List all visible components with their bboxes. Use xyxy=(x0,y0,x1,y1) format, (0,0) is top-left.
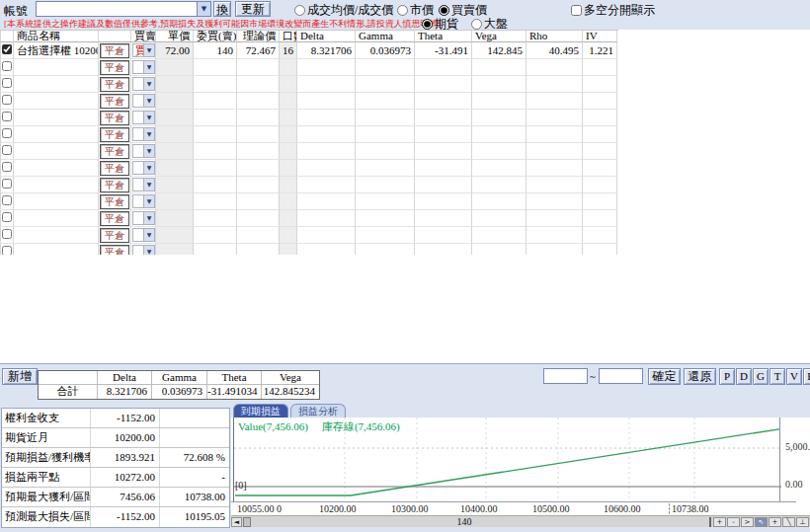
side-cell[interactable]: ▼ xyxy=(131,244,156,255)
row-checkbox[interactable] xyxy=(2,44,12,54)
close-mode-dropdown[interactable]: 平倉 xyxy=(100,245,129,255)
chevron-down-icon[interactable]: ▼ xyxy=(143,179,154,190)
side-cell[interactable]: ▼ xyxy=(131,59,156,76)
greek-v-button[interactable]: V xyxy=(786,368,802,385)
refresh-button[interactable]: 更新 xyxy=(235,1,271,17)
close-mode-cell[interactable]: 平倉 xyxy=(99,59,131,76)
close-mode-dropdown[interactable]: 平倉 xyxy=(100,43,129,58)
row-select-cell[interactable] xyxy=(0,59,14,76)
reset-button[interactable]: 還原 xyxy=(684,368,716,385)
greek-d-button[interactable]: D xyxy=(736,368,752,385)
chart-scrollbar[interactable]: ◄ 140 + - > ⇖ + ╲ ⊥ xyxy=(231,515,810,527)
row-select-cell[interactable] xyxy=(0,193,14,210)
row-select-cell[interactable] xyxy=(0,160,14,177)
range-to-input[interactable] xyxy=(599,368,643,384)
close-mode-cell[interactable]: 平倉 xyxy=(99,126,131,143)
split-display-checkbox-input[interactable] xyxy=(571,5,582,16)
close-mode-cell[interactable]: 平倉 xyxy=(99,210,131,227)
confirm-button[interactable]: 確定 xyxy=(648,368,681,385)
close-mode-cell[interactable]: 平倉 xyxy=(99,160,131,177)
close-mode-dropdown[interactable]: 平倉 xyxy=(100,77,129,92)
close-mode-cell[interactable]: 平倉 xyxy=(99,244,131,255)
radio-avg-price[interactable]: 成交均價/成交價 xyxy=(294,2,393,19)
close-mode-dropdown[interactable]: 平倉 xyxy=(100,111,129,125)
close-mode-dropdown[interactable]: 平倉 xyxy=(100,161,129,176)
row-checkbox[interactable] xyxy=(2,212,12,222)
close-mode-cell[interactable]: 平倉 xyxy=(99,42,131,59)
close-mode-cell[interactable]: 平倉 xyxy=(99,177,131,193)
chevron-down-icon[interactable]: ▼ xyxy=(143,195,154,207)
tab-pl-analysis[interactable]: 損益分析 xyxy=(290,404,346,418)
close-mode-dropdown[interactable]: 平倉 xyxy=(100,211,129,226)
close-mode-dropdown[interactable]: 平倉 xyxy=(100,94,129,109)
row-checkbox[interactable] xyxy=(2,78,12,88)
close-mode-cell[interactable]: 平倉 xyxy=(99,143,131,160)
side-dropdown[interactable]: ▼ xyxy=(132,161,155,175)
row-select-cell[interactable] xyxy=(0,177,14,193)
radio-futures-input[interactable] xyxy=(422,19,433,30)
side-cell[interactable]: ▼ xyxy=(131,227,156,244)
chevron-down-icon[interactable]: ▼ xyxy=(143,95,154,107)
row-checkbox[interactable] xyxy=(2,128,12,138)
close-mode-cell[interactable]: 平倉 xyxy=(99,110,131,126)
close-mode-dropdown[interactable]: 平倉 xyxy=(100,178,129,192)
row-select-cell[interactable] xyxy=(0,110,14,126)
range-from-input[interactable] xyxy=(543,368,588,384)
row-checkbox[interactable] xyxy=(2,61,12,71)
greek-t-button[interactable]: T xyxy=(770,368,785,385)
close-mode-cell[interactable]: 平倉 xyxy=(99,193,131,210)
close-mode-dropdown[interactable]: 平倉 xyxy=(100,194,129,209)
row-select-cell[interactable] xyxy=(0,244,14,255)
row-checkbox[interactable] xyxy=(2,95,12,105)
chevron-down-icon[interactable]: ▼ xyxy=(143,212,154,224)
side-dropdown[interactable]: ▼ xyxy=(132,194,155,208)
close-mode-cell[interactable]: 平倉 xyxy=(99,76,131,93)
side-dropdown[interactable]: ▼ xyxy=(132,111,155,124)
change-account-button[interactable]: 換 xyxy=(213,1,231,17)
side-dropdown[interactable]: 買▼ xyxy=(132,43,155,57)
trendline-tool-button[interactable]: ╲ xyxy=(782,517,795,527)
greek-g-button[interactable]: G xyxy=(753,368,769,385)
close-mode-dropdown[interactable]: 平倉 xyxy=(100,60,129,75)
close-mode-cell[interactable]: 平倉 xyxy=(99,93,131,110)
row-select-cell[interactable] xyxy=(0,227,14,244)
crosshair-tool-button[interactable]: + xyxy=(769,517,781,527)
side-cell[interactable]: ▼ xyxy=(131,160,156,177)
side-dropdown[interactable]: ▼ xyxy=(132,245,155,255)
chevron-down-icon[interactable]: ▼ xyxy=(143,44,154,56)
scroll-right-button[interactable]: > xyxy=(741,517,754,527)
row-checkbox[interactable] xyxy=(2,179,12,189)
chevron-down-icon[interactable]: ▼ xyxy=(143,162,154,174)
radio-market-price-input[interactable] xyxy=(397,5,408,16)
row-select-cell[interactable] xyxy=(0,143,14,160)
vline-tool-button[interactable]: ⊥ xyxy=(796,517,809,527)
side-cell[interactable]: ▼ xyxy=(131,143,156,160)
side-cell[interactable]: ▼ xyxy=(131,76,156,93)
row-checkbox[interactable] xyxy=(2,195,12,205)
side-cell[interactable]: ▼ xyxy=(131,93,156,110)
row-select-cell[interactable] xyxy=(0,76,14,93)
row-checkbox[interactable] xyxy=(2,162,12,172)
chevron-down-icon[interactable]: ▼ xyxy=(143,112,154,123)
row-select-cell[interactable] xyxy=(0,42,14,59)
row-select-cell[interactable] xyxy=(0,126,14,143)
chevron-down-icon[interactable]: ▼ xyxy=(143,78,154,90)
side-dropdown[interactable]: ▼ xyxy=(132,77,155,91)
side-cell[interactable]: ▼ xyxy=(131,193,156,210)
radio-avg-price-input[interactable] xyxy=(294,5,305,16)
side-dropdown[interactable]: ▼ xyxy=(132,94,155,108)
chevron-down-icon[interactable]: ▼ xyxy=(143,229,154,241)
chevron-down-icon[interactable]: ▼ xyxy=(197,2,210,16)
row-select-cell[interactable] xyxy=(0,210,14,227)
pointer-tool-button[interactable]: ⇖ xyxy=(755,517,768,527)
chevron-down-icon[interactable]: ▼ xyxy=(143,246,154,255)
side-cell[interactable]: ▼ xyxy=(131,177,156,193)
row-checkbox[interactable] xyxy=(2,112,12,121)
chevron-down-icon[interactable]: ▼ xyxy=(143,145,154,157)
side-cell[interactable]: ▼ xyxy=(131,110,156,126)
close-mode-dropdown[interactable]: 平倉 xyxy=(100,228,129,243)
side-dropdown[interactable]: ▼ xyxy=(132,228,155,242)
side-cell[interactable]: 買▼ xyxy=(131,42,156,59)
tab-expiry-pl[interactable]: 到期損益 xyxy=(233,404,288,418)
add-button[interactable]: 新增 xyxy=(2,368,38,385)
